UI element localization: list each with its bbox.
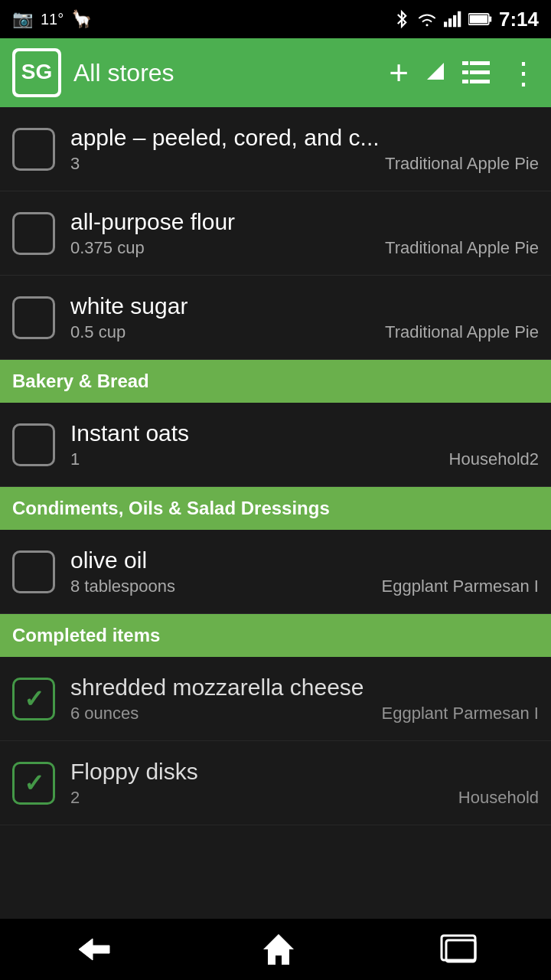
- svg-rect-12: [462, 70, 490, 74]
- item-source: Household2: [449, 449, 539, 469]
- item-detail: 0.375 cupTraditional Apple Pie: [70, 238, 539, 258]
- svg-rect-1: [448, 18, 452, 27]
- status-left: 📷 11° 🦙: [12, 9, 92, 29]
- section-header: Completed items: [0, 614, 551, 657]
- signal-triangle-icon: [427, 63, 444, 83]
- checkbox[interactable]: ✓: [12, 678, 55, 720]
- home-button[interactable]: [260, 931, 297, 968]
- item-quantity: 0.375 cup: [70, 238, 145, 258]
- item-content: white sugar0.5 cupTraditional Apple Pie: [70, 293, 539, 342]
- bluetooth-icon: [393, 9, 410, 29]
- item-source: Eggplant Parmesan I: [382, 577, 539, 596]
- item-quantity: 6 ounces: [70, 704, 139, 724]
- item-name: Instant oats: [70, 420, 539, 446]
- section-title: Completed items: [12, 625, 160, 646]
- photo-icon: 📷: [12, 9, 33, 29]
- app-title: All stores: [73, 59, 377, 87]
- app-bar-actions: + ⋮: [389, 54, 539, 92]
- item-quantity: 8 tablespoons: [70, 577, 175, 596]
- item-content: apple – peeled, cored, and c...3Traditio…: [70, 125, 539, 174]
- clock: 7:14: [499, 8, 539, 31]
- svg-rect-16: [468, 80, 470, 83]
- checkbox[interactable]: [12, 128, 55, 171]
- item-name: shredded mozzarella cheese: [70, 675, 539, 701]
- item-name: all-purpose flour: [70, 209, 539, 235]
- svg-rect-19: [446, 940, 475, 962]
- svg-rect-5: [489, 16, 492, 21]
- item-source: Traditional Apple Pie: [385, 322, 539, 342]
- svg-text:SG: SG: [21, 60, 52, 83]
- svg-rect-2: [453, 15, 456, 27]
- item-detail: 3Traditional Apple Pie: [70, 154, 539, 174]
- item-source: Traditional Apple Pie: [385, 154, 539, 174]
- back-button[interactable]: [71, 935, 117, 964]
- item-detail: 1Household2: [70, 449, 539, 469]
- list-item[interactable]: all-purpose flour0.375 cupTraditional Ap…: [0, 191, 551, 276]
- item-content: shredded mozzarella cheese6 ouncesEggpla…: [70, 675, 539, 724]
- bottom-nav: [0, 919, 551, 980]
- list-item[interactable]: white sugar0.5 cupTraditional Apple Pie: [0, 276, 551, 360]
- item-detail: 8 tablespoonsEggplant Parmesan I: [70, 577, 539, 596]
- item-source: Eggplant Parmesan I: [382, 704, 539, 724]
- checkmark-icon: ✓: [24, 684, 44, 714]
- list-view-button[interactable]: [462, 61, 490, 84]
- item-quantity: 1: [70, 449, 80, 469]
- item-name: white sugar: [70, 293, 539, 319]
- svg-marker-10: [427, 63, 444, 80]
- checkbox[interactable]: [12, 423, 55, 466]
- svg-rect-13: [462, 80, 490, 83]
- checkbox[interactable]: ✓: [12, 762, 55, 805]
- more-options-button[interactable]: ⋮: [508, 55, 539, 90]
- item-name: Floppy disks: [70, 759, 539, 785]
- checkbox[interactable]: [12, 212, 55, 255]
- item-quantity: 3: [70, 154, 80, 174]
- item-content: Instant oats1Household2: [70, 420, 539, 469]
- status-bar: 📷 11° 🦙 7:14: [0, 0, 551, 38]
- battery-icon: [468, 12, 493, 26]
- item-detail: 0.5 cupTraditional Apple Pie: [70, 322, 539, 342]
- item-detail: 2Household: [70, 788, 539, 808]
- item-quantity: 0.5 cup: [70, 322, 126, 342]
- list-item[interactable]: ✓Floppy disks2Household: [0, 741, 551, 825]
- section-title: Bakery & Bread: [12, 371, 149, 392]
- list-item[interactable]: Instant oats1Household2: [0, 403, 551, 487]
- svg-rect-0: [444, 21, 447, 27]
- item-content: all-purpose flour0.375 cupTraditional Ap…: [70, 209, 539, 258]
- item-content: olive oil8 tablespoonsEggplant Parmesan …: [70, 547, 539, 596]
- checkmark-icon: ✓: [24, 769, 44, 798]
- svg-marker-17: [263, 934, 294, 965]
- item-source: Household: [458, 788, 539, 808]
- svg-rect-15: [468, 70, 470, 74]
- checkbox[interactable]: [12, 296, 55, 339]
- item-name: olive oil: [70, 547, 539, 573]
- list-item[interactable]: olive oil8 tablespoonsEggplant Parmesan …: [0, 530, 551, 614]
- svg-rect-11: [462, 61, 490, 65]
- section-title: Condiments, Oils & Salad Dressings: [12, 498, 330, 519]
- app-logo: SG: [12, 48, 61, 97]
- section-header: Condiments, Oils & Salad Dressings: [0, 487, 551, 530]
- item-detail: 6 ouncesEggplant Parmesan I: [70, 704, 539, 724]
- wifi-icon: [416, 11, 438, 28]
- checkbox[interactable]: [12, 550, 55, 593]
- signal-icon: [444, 11, 462, 28]
- status-right: 7:14: [393, 8, 539, 31]
- item-source: Traditional Apple Pie: [385, 238, 539, 258]
- section-header: Bakery & Bread: [0, 360, 551, 403]
- item-quantity: 2: [70, 788, 80, 808]
- svg-rect-6: [470, 15, 487, 24]
- item-content: Floppy disks2Household: [70, 759, 539, 808]
- temperature: 11°: [41, 11, 64, 28]
- svg-rect-3: [458, 11, 461, 28]
- add-button[interactable]: +: [389, 54, 409, 92]
- list-item[interactable]: ✓shredded mozzarella cheese6 ouncesEggpl…: [0, 657, 551, 741]
- content-list: apple – peeled, cored, and c...3Traditio…: [0, 107, 551, 919]
- recent-apps-button[interactable]: [440, 934, 480, 965]
- list-item[interactable]: apple – peeled, cored, and c...3Traditio…: [0, 107, 551, 191]
- svg-rect-14: [468, 61, 470, 65]
- item-name: apple – peeled, cored, and c...: [70, 125, 539, 151]
- app-bar: SG All stores + ⋮: [0, 38, 551, 107]
- app-icon: 🦙: [71, 9, 92, 29]
